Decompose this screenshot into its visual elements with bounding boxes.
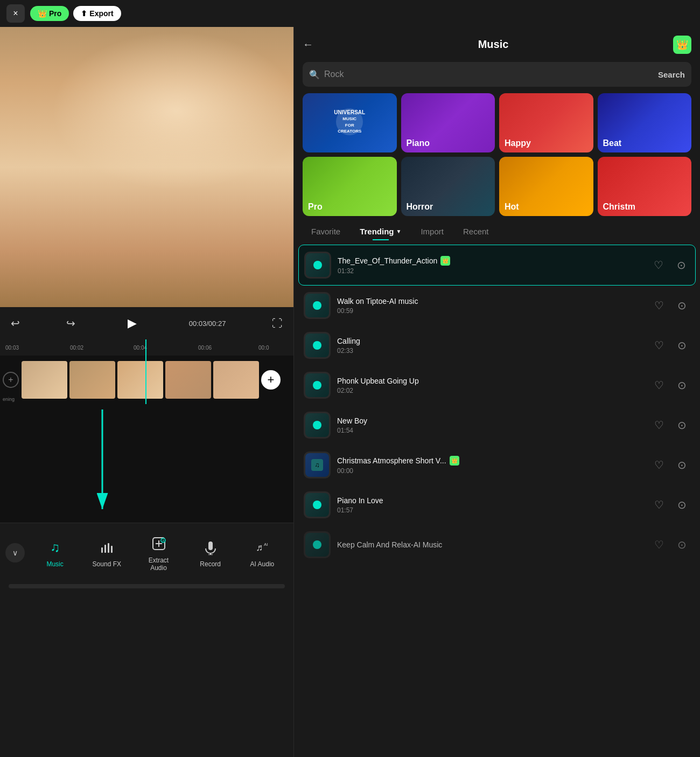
crown-icon: 👑 (38, 9, 47, 18)
controls-bar: ↩ ↪ ▶ 00:03/00:27 ⛶ (0, 307, 293, 339)
download-button-8[interactable]: ⊙ (673, 536, 690, 553)
play-button[interactable]: ▶ (121, 312, 143, 334)
timeline-ruler: 00:03 00:02 00:04 00:06 00:0 (0, 339, 293, 356)
tool-music[interactable]: ♫ Music (29, 538, 81, 568)
music-list: The_Eve_Of_Thunder_Action 👑 01:32 ♡ ⊙ (294, 245, 700, 757)
tab-import[interactable]: Import (412, 223, 452, 240)
tab-recent[interactable]: Recent (454, 223, 498, 240)
genre-universal[interactable]: UNIVERSALMUSICFOR CREATORS (303, 93, 397, 152)
music-item-2[interactable]: Walk on Tiptoe-AI music 00:59 ♡ ⊙ (298, 286, 696, 325)
genre-pro[interactable]: Pro (303, 157, 397, 216)
music-header: ← Music 👑 (294, 27, 700, 62)
genre-horror[interactable]: Horror (401, 157, 495, 216)
genre-piano[interactable]: Piano (401, 93, 495, 152)
time-3: 00:06 (198, 345, 212, 351)
download-button-4[interactable]: ⊙ (673, 377, 690, 394)
music-actions-5: ♡ ⊙ (650, 416, 690, 434)
favorite-button-1[interactable]: ♡ (650, 256, 667, 274)
music-item-8[interactable]: Keep Calm And Relax-AI Music ♡ ⊙ (298, 525, 696, 565)
pro-crown-button[interactable]: 👑 (673, 36, 691, 54)
collapse-button[interactable]: ∨ (5, 543, 25, 562)
genre-happy[interactable]: Happy (499, 93, 593, 152)
download-button-7[interactable]: ⊙ (673, 496, 690, 513)
music-actions-3: ♡ ⊙ (650, 337, 690, 354)
download-button-1[interactable]: ⊙ (673, 256, 690, 274)
pro-button[interactable]: 👑 Pro (30, 6, 69, 21)
tool-extract[interactable]: AI ExtractAudio (132, 534, 184, 572)
music-item-5[interactable]: New Boy 01:54 ♡ ⊙ (298, 405, 696, 445)
track-crown-6: 👑 (450, 456, 459, 466)
favorite-button-8[interactable]: ♡ (650, 536, 668, 553)
time-display: 00:03/00:27 (189, 320, 226, 328)
favorite-button-6[interactable]: ♡ (650, 456, 668, 474)
svg-text:AI: AI (264, 542, 268, 547)
music-item-3[interactable]: Calling 02:33 ♡ ⊙ (298, 325, 696, 365)
arrow-area (0, 404, 293, 523)
aiaudio-icon: ♬ AI (253, 538, 272, 557)
tool-record[interactable]: Record (185, 538, 236, 568)
download-button-2[interactable]: ⊙ (673, 297, 690, 314)
music-actions-4: ♡ ⊙ (650, 377, 690, 394)
track-thumb-3 (117, 361, 163, 399)
favorite-button-5[interactable]: ♡ (650, 416, 668, 434)
play-dot-2 (313, 301, 321, 310)
music-actions-8: ♡ ⊙ (650, 536, 690, 553)
tab-trending[interactable]: Trending ▼ (351, 223, 410, 240)
track-thumb-1 (22, 361, 67, 399)
download-button-5[interactable]: ⊙ (673, 416, 690, 434)
tool-extract-label: ExtractAudio (149, 557, 169, 572)
timeline-scrollbar[interactable] (9, 584, 285, 588)
track-thumb-4 (165, 361, 211, 399)
music-info-8: Keep Calm And Relax-AI Music (337, 540, 644, 549)
add-track-button[interactable]: + (3, 372, 19, 388)
fullscreen-button[interactable]: ⛶ (272, 317, 283, 330)
export-button[interactable]: ⬆ Export (73, 6, 121, 21)
genre-christmas-label: Christm (603, 202, 635, 212)
download-button-3[interactable]: ⊙ (673, 337, 690, 354)
search-button[interactable]: Search (658, 70, 685, 79)
svg-rect-11 (208, 541, 213, 550)
face-overlay (0, 27, 293, 307)
favorite-button-4[interactable]: ♡ (650, 377, 668, 394)
tab-favorite[interactable]: Favorite (303, 223, 349, 240)
music-info-6: Christmas Atmosphere Short V... 👑 00:00 (337, 456, 644, 475)
add-clip-button[interactable]: + (261, 370, 281, 390)
play-dot-7 (313, 501, 321, 509)
back-button[interactable]: ← (303, 38, 313, 51)
genre-hot[interactable]: Hot (499, 157, 593, 216)
music-item-1[interactable]: The_Eve_Of_Thunder_Action 👑 01:32 ♡ ⊙ (298, 245, 696, 286)
teal-arrow (70, 404, 135, 523)
play-dot-1 (313, 261, 322, 269)
svg-text:AI: AI (162, 539, 166, 543)
music-thumb-5 (304, 412, 331, 439)
music-actions-7: ♡ ⊙ (650, 496, 690, 513)
track-thumb-5 (213, 361, 259, 399)
redo-button[interactable]: ↪ (66, 317, 75, 330)
genre-beat[interactable]: Beat (598, 93, 692, 152)
export-icon: ⬆ (81, 9, 87, 18)
svg-text:♬: ♬ (256, 542, 263, 553)
record-icon (201, 538, 220, 557)
undo-button[interactable]: ↩ (11, 317, 20, 330)
music-item-6[interactable]: ♫ Christmas Atmosphere Short V... 👑 00:0… (298, 445, 696, 485)
music-actions-1: ♡ ⊙ (650, 256, 690, 274)
tool-aiaudio[interactable]: ♬ AI AI Audio (236, 538, 288, 568)
close-button[interactable]: × (6, 4, 25, 23)
genre-christmas[interactable]: Christm (598, 157, 692, 216)
music-info-7: Piano In Love 01:57 (337, 496, 644, 514)
music-item-7[interactable]: Piano In Love 01:57 ♡ ⊙ (298, 485, 696, 525)
music-thumb-2 (304, 292, 331, 319)
tool-music-label: Music (46, 560, 63, 568)
favorite-button-2[interactable]: ♡ (650, 297, 668, 314)
tool-soundfx[interactable]: Sound FX (81, 538, 132, 568)
music-panel: ← Music 👑 🔍 Search UNIVERSALMUSICFOR CRE… (293, 27, 700, 757)
favorite-button-3[interactable]: ♡ (650, 337, 668, 354)
download-button-6[interactable]: ⊙ (673, 456, 690, 474)
search-icon: 🔍 (309, 70, 320, 80)
music-actions-2: ♡ ⊙ (650, 297, 690, 314)
track-crown-1: 👑 (440, 256, 450, 266)
extract-icon: AI (149, 534, 169, 553)
music-item-4[interactable]: Phonk Upbeat Going Up 02:02 ♡ ⊙ (298, 365, 696, 405)
search-input[interactable] (324, 70, 658, 79)
favorite-button-7[interactable]: ♡ (650, 496, 668, 513)
